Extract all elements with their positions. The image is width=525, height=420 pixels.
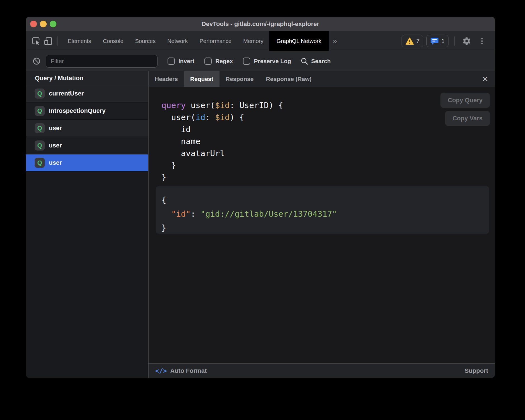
devtools-tab-elements[interactable]: Elements <box>62 31 97 51</box>
tab-request[interactable]: Request <box>184 71 219 87</box>
devtools-tab-graphql-network[interactable]: GraphQL Network <box>269 31 328 51</box>
request-panel: query user($id: UserID) { user(id: $id) … <box>149 87 495 363</box>
devtools-tab-network[interactable]: Network <box>161 31 194 51</box>
query-item-label: user <box>49 142 62 149</box>
filter-checkbox-group: InvertRegexPreserve Log <box>157 58 291 65</box>
toolbar-right-group: 7 1 <box>402 35 495 47</box>
devtools-tab-memory[interactable]: Memory <box>237 31 269 51</box>
code-line: { <box>161 193 489 207</box>
minimize-window-button[interactable] <box>40 21 47 27</box>
query-variables-box: { "id": "gid://gitlab/User/13704317"} <box>156 186 489 234</box>
content-area: Query / Mutation QcurrentUserQIntrospect… <box>26 71 495 378</box>
copy-query-button[interactable]: Copy Query <box>440 93 490 108</box>
checkbox-invert[interactable]: Invert <box>168 58 194 65</box>
filter-toolbar: InvertRegexPreserve Log Search <box>26 51 495 71</box>
query-item-user[interactable]: Quser <box>26 137 148 154</box>
inspect-element-icon[interactable] <box>30 35 42 47</box>
code-line: user(id: $id) { <box>161 111 495 123</box>
devtools-tab-sources[interactable]: Sources <box>129 31 161 51</box>
warning-triangle-icon <box>405 37 414 45</box>
tab-response-raw[interactable]: Response (Raw) <box>260 71 318 87</box>
query-sidebar: Query / Mutation QcurrentUserQIntrospect… <box>26 71 149 378</box>
search-icon <box>300 57 308 65</box>
code-line: name <box>161 135 495 147</box>
toolbar-separator <box>57 36 58 46</box>
devtools-window: DevTools - gitlab.com/-/graphql-explorer… <box>26 17 495 378</box>
window-title: DevTools - gitlab.com/-/graphql-explorer <box>26 20 495 28</box>
auto-format-button[interactable]: </> Auto Format <box>155 367 207 374</box>
query-type-badge: Q <box>35 106 45 116</box>
preserve-log-checkbox-box <box>243 58 250 65</box>
tab-headers[interactable]: Headers <box>149 71 184 87</box>
devtools-tab-performance[interactable]: Performance <box>194 31 238 51</box>
more-tabs-button[interactable]: » <box>329 31 341 51</box>
copy-vars-button[interactable]: Copy Vars <box>445 111 490 126</box>
messages-badge[interactable]: 1 <box>426 35 448 47</box>
query-item-currentuser[interactable]: QcurrentUser <box>26 85 148 102</box>
query-item-label: user <box>49 159 62 166</box>
query-item-label: currentUser <box>49 90 84 97</box>
close-window-button[interactable] <box>30 21 37 27</box>
fullscreen-window-button[interactable] <box>50 21 56 27</box>
query-list: QcurrentUserQIntrospectionQueryQuserQuse… <box>26 85 148 172</box>
warnings-badge[interactable]: 7 <box>402 35 424 47</box>
code-brackets-icon: </> <box>155 367 167 374</box>
query-item-label: user <box>49 125 62 132</box>
code-line: id <box>161 123 495 135</box>
code-line: } <box>161 159 495 171</box>
devtools-panel-tabs: ElementsConsoleSourcesNetworkPerformance… <box>62 31 329 51</box>
chat-bubble-icon <box>430 37 439 45</box>
auto-format-label: Auto Format <box>170 367 207 374</box>
search-label: Search <box>311 58 331 65</box>
warning-count: 7 <box>416 38 420 44</box>
detail-tabs: HeadersRequestResponseResponse (Raw) <box>149 71 318 87</box>
main-toolbar: ElementsConsoleSourcesNetworkPerformance… <box>26 31 495 51</box>
message-count: 1 <box>441 38 445 44</box>
support-link[interactable]: Support <box>465 367 488 374</box>
query-type-badge: Q <box>35 123 45 133</box>
detail-pane: HeadersRequestResponseResponse (Raw) ✕ q… <box>149 71 495 378</box>
query-mutation-header: Query / Mutation <box>26 71 148 85</box>
invert-checkbox-label: Invert <box>178 58 194 65</box>
query-item-label: IntrospectionQuery <box>49 107 106 114</box>
tab-response[interactable]: Response <box>219 71 260 87</box>
code-line: } <box>161 221 489 235</box>
query-type-badge: Q <box>35 89 45 99</box>
filter-input[interactable] <box>46 55 157 68</box>
invert-checkbox-box <box>168 58 175 65</box>
query-item-user[interactable]: Quser <box>26 120 148 137</box>
query-item-user-selected[interactable]: Quser <box>26 154 148 172</box>
regex-checkbox-box <box>204 58 212 65</box>
traffic-lights <box>30 17 56 31</box>
regex-checkbox-label: Regex <box>215 58 233 65</box>
code-line: "id": "gid://gitlab/User/13704317" <box>161 207 489 221</box>
detail-footer: </> Auto Format Support <box>149 363 495 378</box>
search-button[interactable]: Search <box>300 57 331 65</box>
titlebar: DevTools - gitlab.com/-/graphql-explorer <box>26 17 495 31</box>
checkbox-regex[interactable]: Regex <box>204 58 233 65</box>
close-panel-icon[interactable]: ✕ <box>482 75 488 83</box>
preserve-log-checkbox-label: Preserve Log <box>254 58 291 65</box>
device-toolbar-icon[interactable] <box>42 35 54 47</box>
detail-tabbar: HeadersRequestResponseResponse (Raw) ✕ <box>149 71 495 87</box>
query-type-badge: Q <box>35 140 45 151</box>
kebab-menu-icon[interactable] <box>476 35 488 47</box>
settings-gear-icon[interactable] <box>460 35 473 47</box>
query-item-introspectionquery[interactable]: QIntrospectionQuery <box>26 102 148 120</box>
devtools-tab-console[interactable]: Console <box>97 31 129 51</box>
query-variables-code: { "id": "gid://gitlab/User/13704317"} <box>161 193 489 235</box>
code-line: } <box>161 171 495 183</box>
clear-filter-icon[interactable] <box>32 56 41 66</box>
code-line: avatarUrl <box>161 147 495 159</box>
checkbox-preserve-log[interactable]: Preserve Log <box>243 58 291 65</box>
toolbar-separator <box>454 36 455 46</box>
query-type-badge: Q <box>35 158 45 168</box>
